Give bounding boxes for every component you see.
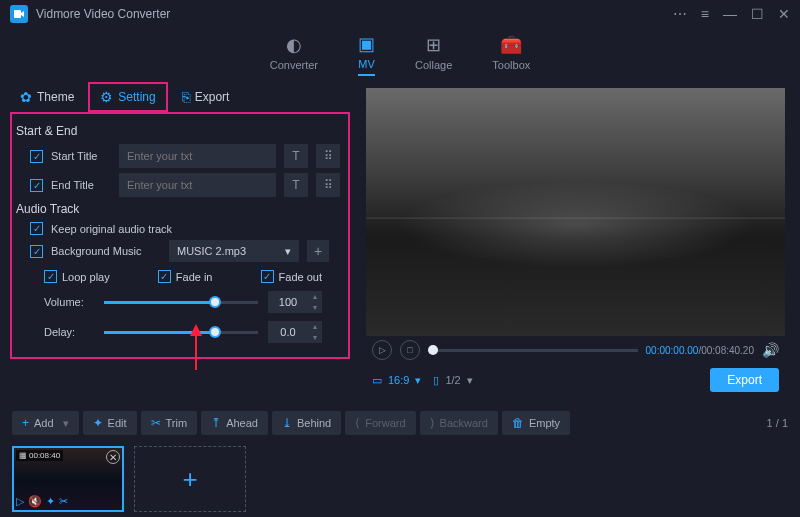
add-clip-button[interactable]: +: [134, 446, 246, 512]
checkbox-loop[interactable]: ✓: [44, 270, 57, 283]
delay-value: 0.0: [268, 326, 308, 338]
page-select[interactable]: ▯ 1/2 ▾: [433, 374, 472, 387]
stop-button[interactable]: □: [400, 340, 420, 360]
effect-icon[interactable]: ✦: [46, 495, 55, 508]
spin-up-icon[interactable]: ▲: [308, 321, 322, 332]
gear-icon: ⚙: [100, 89, 113, 105]
nav-mv[interactable]: ▣ MV: [358, 33, 375, 76]
seek-track[interactable]: [428, 349, 638, 352]
chevron-down-icon: ▾: [467, 374, 473, 387]
tab-label: Theme: [37, 90, 74, 104]
chevron-down-icon: ▾: [63, 417, 69, 430]
behind-button[interactable]: ⤓Behind: [272, 411, 341, 435]
bg-music-value: MUSIC 2.mp3: [177, 245, 246, 257]
bg-music-label: Background Music: [51, 245, 161, 257]
maximize-icon[interactable]: ☐: [751, 6, 764, 22]
text-style-button[interactable]: T: [284, 144, 308, 168]
nav-converter[interactable]: ◐ Converter: [270, 34, 318, 75]
mute-icon[interactable]: 🔇: [28, 495, 42, 508]
aspect-ratio-select[interactable]: ▭ 16:9 ▾: [372, 374, 421, 387]
tab-export[interactable]: ⎘ Export: [172, 84, 240, 110]
tab-label: Setting: [118, 90, 155, 104]
export-icon: ⎘: [182, 89, 190, 105]
ahead-button[interactable]: ⤒Ahead: [201, 411, 268, 435]
spin-down-icon[interactable]: ▼: [308, 302, 322, 313]
time-display: 00:00:00.00/00:08:40.20: [646, 345, 754, 356]
trim-icon[interactable]: ✂: [59, 495, 68, 508]
ahead-icon: ⤒: [211, 416, 221, 430]
video-preview[interactable]: [366, 88, 785, 336]
text-style-button[interactable]: T: [284, 173, 308, 197]
wand-icon: ✦: [93, 416, 103, 430]
forward-icon: ⟨: [355, 416, 360, 430]
start-title-input[interactable]: [119, 144, 276, 168]
trim-button[interactable]: ✂Trim: [141, 411, 198, 435]
tab-setting[interactable]: ⚙ Setting: [88, 82, 167, 112]
minimize-icon[interactable]: —: [723, 6, 737, 22]
tab-label: Export: [195, 90, 230, 104]
loop-label: Loop play: [62, 271, 110, 283]
export-button[interactable]: Export: [710, 368, 779, 392]
bg-music-select[interactable]: MUSIC 2.mp3 ▾: [169, 240, 299, 262]
page-value: 1/2: [445, 374, 460, 386]
checkbox-start-title[interactable]: ✓: [30, 150, 43, 163]
end-title-input[interactable]: [119, 173, 276, 197]
nav-toolbox[interactable]: 🧰 Toolbox: [492, 34, 530, 75]
add-music-button[interactable]: +: [307, 240, 329, 262]
end-title-label: End Title: [51, 179, 111, 191]
app-logo: [10, 5, 28, 23]
delete-clip-button[interactable]: ✕: [106, 450, 120, 464]
scissors-icon: ✂: [151, 416, 161, 430]
nav-label: Toolbox: [492, 59, 530, 71]
converter-icon: ◐: [286, 34, 302, 56]
spin-down-icon[interactable]: ▼: [308, 332, 322, 343]
toolbox-icon: 🧰: [500, 34, 522, 56]
edit-button[interactable]: ✦Edit: [83, 411, 137, 435]
titlebar: Vidmore Video Converter ⋯ ≡ — ☐ ✕: [0, 0, 800, 28]
aspect-bar: ▭ 16:9 ▾ ▯ 1/2 ▾ Export: [366, 364, 785, 396]
volume-icon[interactable]: 🔊: [762, 342, 779, 358]
section-audio: Audio Track: [16, 202, 340, 216]
chevron-down-icon: ▾: [285, 245, 291, 258]
volume-value: 100: [268, 296, 308, 308]
play-button[interactable]: ▷: [372, 340, 392, 360]
checkbox-fadein[interactable]: ✓: [158, 270, 171, 283]
feedback-icon[interactable]: ⋯: [673, 6, 687, 22]
nav-collage[interactable]: ⊞ Collage: [415, 34, 452, 75]
chevron-down-icon: ▾: [415, 374, 421, 387]
right-panel: ▷ □ 00:00:00.00/00:08:40.20 🔊 ▭ 16:9 ▾ ▯…: [360, 80, 800, 400]
delay-slider[interactable]: [104, 325, 258, 339]
delay-value-box[interactable]: 0.0 ▲▼: [268, 321, 322, 343]
left-tabs: ✿ Theme ⚙ Setting ⎘ Export: [10, 80, 350, 114]
trash-icon: 🗑: [512, 416, 524, 430]
play-icon[interactable]: ▷: [16, 495, 24, 508]
checkbox-fadeout[interactable]: ✓: [261, 270, 274, 283]
checkbox-bg-music[interactable]: ✓: [30, 245, 43, 258]
spin-up-icon[interactable]: ▲: [308, 291, 322, 302]
top-nav: ◐ Converter ▣ MV ⊞ Collage 🧰 Toolbox: [0, 28, 800, 80]
crop-icon: ▭: [372, 374, 382, 387]
close-icon[interactable]: ✕: [778, 6, 790, 22]
checkbox-keep-audio[interactable]: ✓: [30, 222, 43, 235]
backward-button: ⟩Backward: [420, 411, 498, 435]
menu-icon[interactable]: ≡: [701, 6, 709, 22]
page-icon: ▯: [433, 374, 439, 387]
collage-icon: ⊞: [426, 34, 441, 56]
clip-thumbnail[interactable]: ▦00:08:40 ✕ ▷ 🔇 ✦ ✂: [12, 446, 124, 512]
app-title: Vidmore Video Converter: [36, 7, 673, 21]
forward-button: ⟨Forward: [345, 411, 415, 435]
tab-theme[interactable]: ✿ Theme: [10, 84, 84, 110]
section-start-end: Start & End: [16, 124, 340, 138]
duration-badge: ▦00:08:40: [16, 450, 63, 461]
nav-label: Collage: [415, 59, 452, 71]
aspect-value: 16:9: [388, 374, 409, 386]
checkbox-end-title[interactable]: ✓: [30, 179, 43, 192]
volume-value-box[interactable]: 100 ▲▼: [268, 291, 322, 313]
delay-label: Delay:: [44, 326, 94, 338]
grid-button[interactable]: ⠿: [316, 173, 340, 197]
volume-slider[interactable]: [104, 295, 258, 309]
svg-rect-0: [14, 10, 21, 18]
empty-button[interactable]: 🗑Empty: [502, 411, 570, 435]
grid-button[interactable]: ⠿: [316, 144, 340, 168]
add-button[interactable]: +Add▾: [12, 411, 79, 435]
